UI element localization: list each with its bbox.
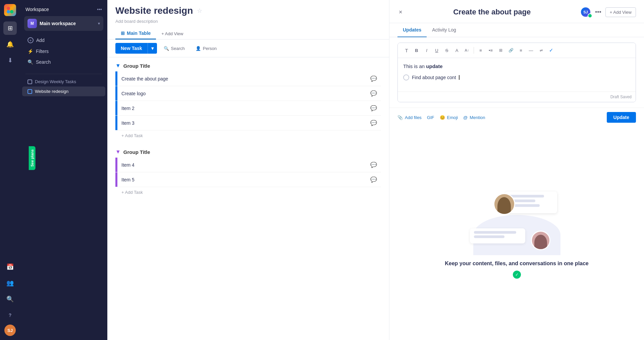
checklist-circle[interactable]: [403, 74, 409, 80]
rp-tab-updates[interactable]: Updates: [397, 23, 427, 37]
group-items: Create the about page💬Create logo💬Item 2…: [115, 71, 381, 141]
add-button[interactable]: + Add: [24, 35, 103, 46]
task-comment-button[interactable]: 💬: [366, 174, 381, 185]
tool-underline[interactable]: U: [432, 46, 441, 55]
tool-align[interactable]: ≡: [516, 46, 526, 55]
tool-link[interactable]: 🔗: [506, 46, 516, 55]
group-title-label: Group Title: [123, 63, 150, 69]
tool-ordered-list[interactable]: ≡: [476, 46, 485, 55]
table-row: Item 4💬: [115, 158, 381, 172]
gif-link[interactable]: GIF: [427, 115, 434, 120]
new-task-label[interactable]: New Task: [115, 43, 148, 54]
person-icon: 👤: [196, 46, 201, 51]
nav-project-design-weekly-tasks[interactable]: Design Weekly Tasks: [22, 77, 105, 87]
new-task-button[interactable]: New Task ▾: [115, 43, 157, 54]
app-logo: [4, 4, 16, 16]
tool-bold[interactable]: B: [412, 46, 421, 55]
task-name-label[interactable]: Item 2: [117, 102, 366, 114]
task-name-label[interactable]: Create the about page: [117, 73, 366, 85]
svg-point-2: [7, 10, 10, 13]
checklist-text: Find about page cont: [412, 75, 456, 80]
tool-divider[interactable]: —: [526, 46, 536, 55]
search-button[interactable]: 🔍 Search: [24, 57, 103, 67]
emoji-link[interactable]: 😊 Emoji: [440, 115, 458, 120]
tool-color[interactable]: A: [452, 46, 462, 55]
update-button[interactable]: Update: [607, 112, 636, 123]
workspace-label: Workspace: [25, 7, 49, 12]
tool-strikethrough[interactable]: S: [442, 46, 451, 55]
project-name-label: Design Weekly Tasks: [35, 79, 76, 84]
svg-point-0: [7, 7, 10, 10]
task-comment-button[interactable]: 💬: [366, 73, 381, 84]
board-star-icon[interactable]: ☆: [197, 7, 202, 14]
task-comment-button[interactable]: 💬: [366, 88, 381, 99]
project-name-label: Website redesign: [35, 89, 68, 94]
table-row: Item 2💬: [115, 101, 381, 116]
tab-add-view[interactable]: + Add View: [157, 29, 187, 39]
close-right-panel-button[interactable]: ×: [397, 7, 404, 17]
download-icon[interactable]: ⬇: [3, 54, 17, 67]
tool-text[interactable]: T: [402, 46, 411, 55]
rp-add-view-button[interactable]: + Add View: [605, 7, 636, 17]
add-task-button[interactable]: + Add Task: [115, 187, 381, 197]
project-dot-icon: [28, 89, 32, 94]
right-panel-actions: SJ ••• + Add View: [580, 7, 636, 17]
board-title: Website redesign: [115, 5, 193, 16]
task-name-label[interactable]: Item 4: [117, 159, 366, 171]
nav-more-icon[interactable]: •••: [97, 7, 102, 12]
rp-more-button[interactable]: •••: [594, 7, 603, 17]
search-toolbar-button[interactable]: 🔍 Search: [160, 44, 189, 53]
nav-project-website-redesign[interactable]: Website redesign: [22, 87, 105, 96]
board-title-row: Website redesign ☆: [115, 5, 381, 16]
workspace-selector[interactable]: M Main workspace ▾: [24, 16, 103, 31]
people-icon[interactable]: 👥: [3, 276, 17, 290]
right-panel-title: Create the about page: [453, 8, 531, 16]
main-content: Website redesign ☆ Add board description…: [107, 0, 389, 340]
task-comment-button[interactable]: 💬: [366, 159, 381, 171]
group-collapse-button[interactable]: ▼: [115, 149, 121, 155]
project-dot-icon: [28, 79, 32, 84]
editor-content[interactable]: This is an update Find about page cont: [398, 58, 636, 92]
add-files-link[interactable]: 📎 Add files: [397, 115, 422, 120]
group-header: ▼Group Title: [115, 63, 381, 69]
tool-check[interactable]: ✓: [546, 46, 556, 55]
bell-icon[interactable]: 🔔: [3, 38, 17, 51]
board-body: ▼Group TitleCreate the about page💬Create…: [107, 57, 389, 340]
task-name-label[interactable]: Create logo: [117, 88, 366, 100]
filters-button[interactable]: ⚡ Filters: [24, 46, 103, 56]
task-name-label[interactable]: Item 3: [117, 117, 366, 129]
mention-link[interactable]: @ Mention: [463, 115, 485, 120]
task-name-label[interactable]: Item 5: [117, 174, 366, 186]
tool-italic[interactable]: I: [422, 46, 431, 55]
add-task-button[interactable]: + Add Task: [115, 130, 381, 141]
tool-indent[interactable]: ⇌: [536, 46, 546, 55]
board-tabs: ⊞ Main Table + Add View: [115, 28, 381, 39]
person-toolbar-button[interactable]: 👤 Person: [192, 44, 221, 53]
group-header: ▼Group Title: [115, 149, 381, 155]
checklist-item: Find about page cont: [403, 74, 630, 80]
person2: [531, 231, 550, 250]
calendar-icon[interactable]: 📅: [3, 260, 17, 274]
see-plans-button[interactable]: See plans: [29, 146, 36, 170]
tab-main-table[interactable]: ⊞ Main Table: [115, 28, 156, 40]
workspace-name: Main workspace: [40, 21, 95, 26]
user-avatar-sidebar[interactable]: SJ: [4, 325, 16, 336]
grid-icon[interactable]: ⊞: [3, 21, 17, 35]
search-icon-sidebar[interactable]: 🔍: [3, 292, 17, 306]
svg-point-1: [10, 7, 13, 10]
task-comment-button[interactable]: 💬: [366, 102, 381, 114]
group-collapse-button[interactable]: ▼: [115, 63, 121, 69]
add-icon: +: [28, 37, 34, 43]
board-subtitle: Add board description: [115, 19, 381, 24]
tool-fontsize[interactable]: A↑: [462, 46, 472, 55]
nav-actions: + Add ⚡ Filters 🔍 Search: [20, 35, 107, 67]
new-task-arrow-icon[interactable]: ▾: [148, 43, 157, 54]
tool-table[interactable]: ⊞: [496, 46, 505, 55]
task-comment-button[interactable]: 💬: [366, 117, 381, 129]
help-icon[interactable]: ?: [3, 308, 17, 322]
editor-container: T B I U S A A↑ ≡ •≡ ⊞ 🔗 ≡ — ⇌ ✓ This is …: [397, 43, 636, 102]
group-section-group1: ▼Group TitleCreate the about page💬Create…: [115, 63, 381, 141]
emoji-icon: 😊: [440, 115, 445, 120]
tool-bullet-list[interactable]: •≡: [486, 46, 495, 55]
rp-tab-activity[interactable]: Activity Log: [427, 23, 462, 37]
